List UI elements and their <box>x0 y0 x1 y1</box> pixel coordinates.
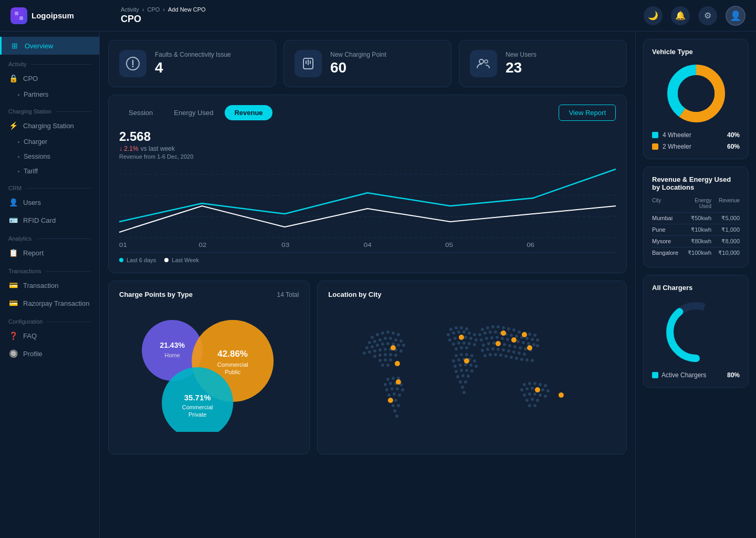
transaction-icon: 💳 <box>8 281 18 289</box>
view-report-button[interactable]: View Report <box>559 105 616 121</box>
svg-point-191 <box>502 348 505 351</box>
svg-point-232 <box>527 345 532 350</box>
svg-point-97 <box>447 333 450 336</box>
svg-text:02: 02 <box>199 242 207 248</box>
dark-mode-button[interactable]: 🌙 <box>644 6 663 25</box>
charging-points-value: 60 <box>330 59 386 76</box>
chart-svg: 01 02 03 04 05 06 <box>119 164 616 248</box>
charge-points-card: Charge Points by Type 14 Total 21.43% Ho… <box>108 281 310 454</box>
rev-mumbai: ₹5,000 <box>713 215 740 222</box>
vehicle-type-title: Vehicle Type <box>652 48 740 56</box>
svg-point-69 <box>384 358 387 361</box>
city-mysore: Mysore <box>652 238 680 245</box>
svg-point-43 <box>384 337 387 340</box>
sidebar-item-razorpay[interactable]: 💳 Razorpay Transaction <box>0 294 99 312</box>
sidebar-item-profile[interactable]: 🔘 Profile <box>0 345 99 363</box>
svg-point-238 <box>501 330 506 336</box>
svg-point-66 <box>389 353 392 356</box>
svg-point-162 <box>526 337 529 340</box>
chart-stats: 2.568 ↓ 2.1% vs last week Revenue from 1… <box>119 129 616 160</box>
svg-point-221 <box>544 395 547 398</box>
svg-point-62 <box>400 349 403 353</box>
users-icon: 👤 <box>8 198 18 206</box>
sidebar-item-charger[interactable]: Charger <box>18 134 99 149</box>
svg-point-57 <box>373 349 376 353</box>
location-card: Location by City <box>317 281 627 454</box>
svg-point-115 <box>460 346 463 349</box>
sidebar-item-partners[interactable]: Partners <box>18 87 99 102</box>
tab-session[interactable]: Session <box>119 105 162 120</box>
svg-point-84 <box>387 394 391 397</box>
svg-point-135 <box>456 375 459 378</box>
svg-point-92 <box>395 415 398 418</box>
page-title: CPO <box>121 14 644 25</box>
svg-point-228 <box>459 335 464 340</box>
charge-points-header: Charge Points by Type 14 Total <box>119 291 299 298</box>
svg-point-225 <box>528 404 531 407</box>
sidebar-item-sessions[interactable]: Sessions <box>18 149 99 164</box>
tab-revenue[interactable]: Revenue <box>225 105 272 120</box>
user-avatar-button[interactable]: 👤 <box>726 6 746 26</box>
new-users-info: New Users 23 <box>506 51 537 76</box>
faults-icon <box>119 50 146 77</box>
stat-card-users: New Users 23 <box>459 40 627 87</box>
sidebar-item-users[interactable]: 👤 Users <box>0 193 99 211</box>
svg-point-65 <box>384 353 387 356</box>
tab-energy[interactable]: Energy Used <box>164 105 223 120</box>
svg-point-39 <box>397 333 400 336</box>
svg-point-110 <box>457 342 460 345</box>
svg-point-242 <box>678 75 715 112</box>
svg-point-170 <box>506 338 509 341</box>
svg-point-229 <box>496 341 501 346</box>
svg-point-163 <box>531 338 534 341</box>
sidebar-item-faq[interactable]: ❓ FAQ <box>0 327 99 345</box>
svg-point-175 <box>532 343 536 346</box>
svg-rect-0 <box>15 12 18 15</box>
all-chargers-card: All Chargers Active Chargers <box>643 275 749 388</box>
sidebar-item-transaction[interactable]: 💳 Transaction <box>0 276 99 294</box>
charger-legend: Active Chargers 80% <box>652 371 740 379</box>
svg-point-98 <box>452 332 455 335</box>
svg-point-155 <box>489 330 492 334</box>
sidebar-item-charging-station[interactable]: ⚡ Charging Station <box>0 117 99 134</box>
sidebar-item-tariff[interactable]: Tariff <box>18 164 99 179</box>
legend-lastweek: Last Week <box>164 257 199 263</box>
svg-point-198 <box>494 353 497 356</box>
svg-point-222 <box>526 399 529 402</box>
svg-point-80 <box>385 388 388 391</box>
svg-point-96 <box>465 327 468 330</box>
svg-point-34 <box>371 336 374 339</box>
sidebar-item-cpo[interactable]: 🔒 CPO <box>0 69 99 87</box>
svg-point-35 <box>376 333 379 336</box>
vehicle-donut <box>652 62 740 125</box>
svg-point-224 <box>536 399 539 402</box>
charge-points-total: 14 Total <box>277 291 299 298</box>
col-city-header: City <box>652 198 680 209</box>
rev-row-bangalore: Bangalore ₹100kwh ₹10,000 <box>652 247 740 258</box>
svg-point-125 <box>473 359 476 363</box>
svg-rect-2 <box>15 16 18 20</box>
svg-point-169 <box>501 337 504 340</box>
legend-2wheeler: 2 Wheeler 60% <box>652 143 740 150</box>
svg-point-140 <box>461 386 464 389</box>
city-pune: Pune <box>652 226 680 233</box>
svg-point-131 <box>455 370 458 373</box>
change-vs: vs last week <box>141 145 175 152</box>
sidebar-item-report[interactable]: 📋 Report <box>0 244 99 262</box>
settings-button[interactable]: ⚙ <box>698 6 717 25</box>
svg-point-159 <box>510 334 513 337</box>
svg-point-12 <box>485 60 488 63</box>
svg-point-94 <box>455 326 458 329</box>
svg-point-149 <box>518 330 521 334</box>
notifications-button[interactable]: 🔔 <box>671 6 690 25</box>
sidebar-item-overview[interactable]: ⊞ Overview <box>0 37 99 55</box>
svg-point-197 <box>489 353 492 356</box>
svg-point-48 <box>371 345 374 348</box>
svg-point-113 <box>473 343 476 346</box>
sidebar-item-rfid[interactable]: 🪪 RFID Card <box>0 211 99 229</box>
svg-point-203 <box>520 358 523 361</box>
new-users-value: 23 <box>506 59 537 76</box>
sidebar-section-config: Configuration <box>0 312 99 327</box>
svg-point-82 <box>396 387 399 390</box>
svg-point-179 <box>492 342 496 345</box>
